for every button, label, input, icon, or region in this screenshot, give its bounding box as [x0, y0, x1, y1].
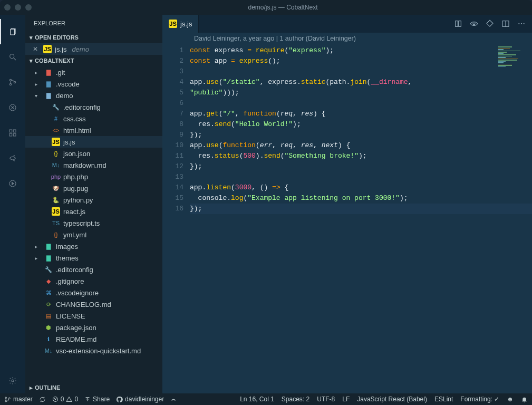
- file-item[interactable]: ⌘.vscodeignore: [25, 287, 162, 298]
- svg-rect-8: [9, 130, 12, 132]
- encoding-status[interactable]: UTF-8: [317, 396, 335, 403]
- project-label: COBALTNEXT: [35, 57, 74, 64]
- file-item[interactable]: 🐶pug.pug: [25, 182, 162, 194]
- file-item[interactable]: ⟳CHANGELOG.md: [25, 298, 162, 310]
- code-line[interactable]: "public")));: [190, 88, 532, 98]
- open-editor-item[interactable]: ✕ JS js.js demo: [25, 43, 162, 55]
- file-item[interactable]: ▤LICENSE: [25, 310, 162, 322]
- code-line[interactable]: res.send("Hello World!");: [190, 119, 532, 130]
- folder-item[interactable]: ▸▇themes: [25, 252, 162, 264]
- php-file-icon: php: [52, 172, 60, 181]
- code-line[interactable]: const express = require("express");: [190, 45, 532, 56]
- azure-activity-icon[interactable]: [0, 171, 25, 196]
- file-item[interactable]: TStypescript.ts: [25, 217, 162, 229]
- liveshare-status[interactable]: Share: [84, 396, 110, 403]
- scm-activity-icon[interactable]: [0, 70, 25, 95]
- tree-item-label: README.md: [56, 335, 96, 343]
- cursor-position-status[interactable]: Ln 16, Col 1: [240, 396, 274, 403]
- file-item[interactable]: ℹREADME.md: [25, 333, 162, 345]
- file-item[interactable]: JSreact.js: [25, 206, 162, 217]
- file-item[interactable]: M↓markdown.md: [25, 159, 162, 171]
- code-line[interactable]: [190, 98, 532, 109]
- problems-status[interactable]: 0 0: [52, 396, 78, 403]
- code-editor[interactable]: 12345678910111213141516 const express = …: [162, 44, 532, 393]
- extensions-activity-icon[interactable]: [0, 120, 25, 146]
- split-editor-icon[interactable]: [501, 20, 510, 28]
- feedback-icon[interactable]: ☻: [507, 396, 514, 403]
- code-line[interactable]: app.listen(3000, () => {: [190, 182, 532, 193]
- code-line[interactable]: app.use(function(err, req, res, next) {: [190, 140, 532, 151]
- indentation-status[interactable]: Spaces: 2: [282, 396, 309, 403]
- window-maximize-button[interactable]: [25, 4, 32, 11]
- window-close-button[interactable]: [4, 4, 11, 11]
- file-item[interactable]: {}yml.yml: [25, 229, 162, 240]
- editor-tab[interactable]: JS js.js: [162, 15, 199, 33]
- file-item[interactable]: ⬢package.json: [25, 322, 162, 333]
- search-activity-icon[interactable]: [0, 44, 25, 70]
- github-status[interactable]: davidleininger: [116, 396, 164, 403]
- sync-status[interactable]: [39, 396, 46, 403]
- file-item[interactable]: ◆.gitignore: [25, 275, 162, 287]
- code-line[interactable]: [190, 66, 532, 77]
- svg-rect-15: [459, 21, 461, 27]
- file-item[interactable]: M↓vsc-extension-quickstart.md: [25, 345, 162, 356]
- minimap[interactable]: [498, 46, 530, 78]
- editor-area: JS js.js David Leininger, a year ago | 1…: [162, 15, 532, 393]
- git-branch-status[interactable]: master: [4, 396, 33, 403]
- code-line[interactable]: console.log("Example app listening on po…: [190, 193, 532, 204]
- code-line[interactable]: res.status(500).send("Something broke!")…: [190, 151, 532, 161]
- window-minimize-button[interactable]: [15, 4, 21, 11]
- eol-status[interactable]: LF: [342, 396, 350, 403]
- folder-item[interactable]: ▸▇.git: [25, 66, 162, 78]
- notifications-icon[interactable]: [521, 396, 528, 403]
- gitlens-icon[interactable]: [486, 20, 494, 28]
- chevron-right-icon: ▸: [35, 255, 41, 261]
- outline-section-header[interactable]: ▸ OUTLINE: [25, 382, 162, 393]
- close-icon[interactable]: ✕: [33, 45, 40, 53]
- svg-point-20: [521, 23, 522, 24]
- code-line[interactable]: });: [190, 130, 532, 140]
- compare-changes-icon[interactable]: [454, 20, 462, 28]
- line-number: 14: [162, 182, 183, 193]
- preview-icon[interactable]: [470, 20, 478, 28]
- folder-item[interactable]: ▾▇demo: [25, 90, 162, 101]
- tree-item-label: .vscode: [56, 80, 80, 88]
- code-line[interactable]: [190, 172, 532, 182]
- github-user: davidleininger: [125, 396, 164, 403]
- file-item[interactable]: JSjs.js: [25, 136, 162, 148]
- file-item[interactable]: #css.css: [25, 113, 162, 124]
- explorer-activity-icon[interactable]: [0, 19, 25, 44]
- folder-item[interactable]: ▸▇images: [25, 240, 162, 252]
- live-server-status[interactable]: [170, 396, 177, 402]
- project-section-header[interactable]: ▾ COBALTNEXT: [25, 55, 162, 66]
- code-line[interactable]: app.get("/", function(req, res) {: [190, 109, 532, 119]
- more-actions-icon[interactable]: [517, 20, 526, 28]
- language-mode-status[interactable]: JavaScript React (Babel): [357, 396, 427, 403]
- folder-item[interactable]: ▸▇.vscode: [25, 78, 162, 90]
- file-item[interactable]: 🐍python.py: [25, 194, 162, 206]
- file-item[interactable]: phpphp.php: [25, 171, 162, 182]
- json-file-icon: {}: [52, 149, 60, 158]
- formatting-status[interactable]: Formatting: ✓: [460, 396, 499, 403]
- code-lines[interactable]: const express = require("express");const…: [190, 44, 532, 393]
- codelens-author[interactable]: David Leininger, a year ago | 1 author (…: [162, 33, 532, 44]
- open-editors-section-header[interactable]: ▾ OPEN EDITORS: [25, 32, 162, 43]
- tree-item-label: package.json: [56, 324, 96, 332]
- code-line[interactable]: const app = express();: [190, 56, 532, 66]
- debug-activity-icon[interactable]: [0, 95, 25, 120]
- line-number: 10: [162, 140, 183, 151]
- file-item[interactable]: 🔧.editorconfig: [25, 264, 162, 275]
- code-line[interactable]: app.use("/static", express.static(path.j…: [190, 77, 532, 88]
- file-item[interactable]: <>html.html: [25, 124, 162, 136]
- tree-item-label: react.js: [63, 208, 85, 216]
- code-line[interactable]: });: [190, 204, 532, 214]
- svg-point-5: [9, 83, 11, 85]
- status-bar: master 0 0 Share davidleininger Ln 16, C…: [0, 393, 532, 405]
- settings-gear-icon[interactable]: [0, 368, 25, 393]
- file-item[interactable]: 🔧.editorconfig: [25, 101, 162, 113]
- liveshare-activity-icon[interactable]: [0, 146, 25, 171]
- tree-item-label: .editorconfig: [56, 266, 93, 274]
- code-line[interactable]: });: [190, 161, 532, 172]
- eslint-status[interactable]: ESLint: [434, 396, 453, 403]
- file-item[interactable]: {}json.json: [25, 148, 162, 159]
